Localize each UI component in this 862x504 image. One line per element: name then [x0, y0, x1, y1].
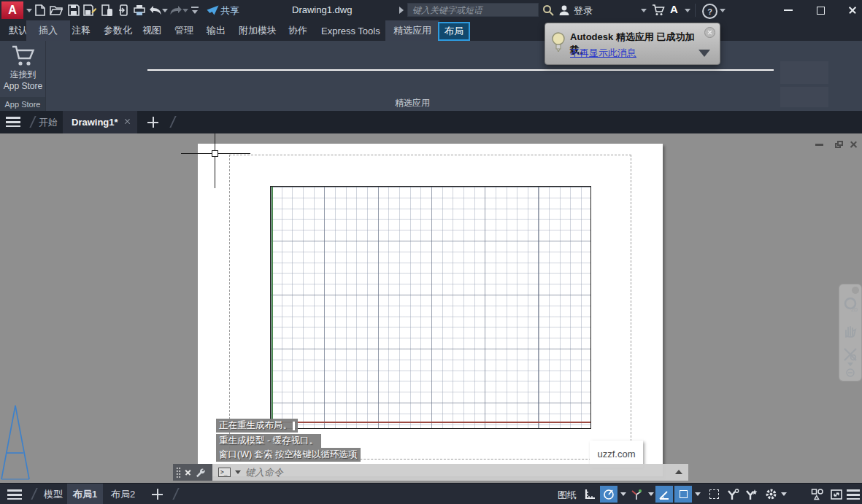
maximize-button[interactable]: [812, 3, 829, 18]
undo-caret-icon[interactable]: [162, 9, 168, 12]
new-drawing-tab-button[interactable]: [147, 117, 158, 128]
autodesk-brand-icon[interactable]: A: [670, 3, 678, 15]
notification-caret-icon[interactable]: [699, 50, 710, 57]
appstore-button-label-1[interactable]: 连接到: [0, 69, 46, 81]
command-dropdown-icon[interactable]: [235, 470, 241, 474]
tab-express-tools[interactable]: Express Tools: [318, 20, 383, 41]
help-icon[interactable]: ?: [702, 4, 717, 19]
minimize-button[interactable]: [780, 3, 797, 18]
fullscreen-icon[interactable]: [828, 486, 845, 503]
steering-wheel-2d-icon[interactable]: 2D: [842, 296, 859, 314]
object-snap-tracking-icon[interactable]: [655, 486, 673, 503]
command-message-3: 窗口(W) 套索 按空格键以循环选项: [216, 448, 361, 462]
drawing-tab-close-icon[interactable]: [124, 118, 131, 125]
app-menu-button[interactable]: A: [1, 1, 23, 19]
tab-layout-contextual[interactable]: 布局: [438, 22, 470, 41]
tab-annotate[interactable]: 注释: [69, 20, 93, 41]
titlebar: A: [0, 0, 862, 20]
tab-addins[interactable]: 附加模块: [236, 20, 280, 41]
app-menu-caret-icon[interactable]: [26, 9, 32, 12]
help-caret-icon[interactable]: [720, 9, 726, 12]
command-bar-handle[interactable]: [173, 464, 212, 481]
redo-icon[interactable]: [169, 4, 182, 17]
tab-parametric[interactable]: 参数化: [101, 20, 135, 41]
paper-space-toggle[interactable]: 图纸: [558, 489, 577, 502]
status-divider-2: [172, 488, 179, 500]
brand-caret-icon[interactable]: [685, 9, 690, 12]
polar-tracking-icon[interactable]: [600, 486, 617, 503]
drawing-canvas[interactable]: 正在重生成布局。 重生成模型 - 缓存视口。 窗口(W) 套索 按空格键以循环选…: [0, 133, 862, 483]
object-snap-icon[interactable]: [674, 486, 692, 503]
3d-object-snap-icon[interactable]: [724, 486, 742, 503]
plot-icon[interactable]: [133, 4, 146, 17]
notification-link[interactable]: 不再显示此消息: [570, 47, 636, 60]
doc-restore-button[interactable]: [832, 139, 845, 150]
tab-manage[interactable]: 管理: [172, 20, 196, 41]
doc-minimize-button[interactable]: [812, 139, 826, 150]
login-label[interactable]: 登录: [574, 4, 593, 18]
undo-icon[interactable]: [149, 4, 162, 17]
tab-view[interactable]: 视图: [139, 20, 164, 41]
qat-customize-caret-icon[interactable]: [192, 10, 198, 14]
appstore-button-label-2[interactable]: App Store: [0, 81, 46, 91]
cart-icon[interactable]: [652, 4, 665, 17]
command-prompt-icon[interactable]: >_: [218, 468, 231, 477]
model-viewport-grid[interactable]: [270, 186, 591, 429]
share-label[interactable]: 共享: [220, 4, 239, 18]
object-snap-caret-icon[interactable]: [695, 492, 701, 496]
command-expand-icon[interactable]: [675, 470, 682, 474]
tab-featured-apps[interactable]: 精选应用: [385, 20, 439, 41]
navbar-caret-icon[interactable]: [842, 360, 859, 368]
status-customize-icon[interactable]: [847, 489, 860, 500]
redo-caret-icon[interactable]: [182, 9, 188, 12]
tab-layout1-active[interactable]: 布局1: [67, 484, 103, 504]
new-layout-button[interactable]: [152, 489, 163, 500]
app-logo-letter: A: [8, 4, 17, 17]
annotation-visibility-icon[interactable]: [809, 486, 826, 503]
close-button[interactable]: [844, 3, 861, 18]
navbar-collapse-icon[interactable]: [842, 368, 859, 378]
y-axis-line: [272, 187, 273, 428]
grip-dots-icon[interactable]: [176, 467, 181, 478]
search-icon[interactable]: [542, 4, 555, 17]
tab-collaborate[interactable]: 协作: [285, 20, 310, 41]
command-close-icon[interactable]: [185, 469, 191, 476]
selection-cycling-icon[interactable]: [705, 486, 723, 503]
grid-snap-icon[interactable]: [581, 486, 599, 503]
save-to-web-icon[interactable]: [117, 4, 130, 17]
file-tab-menu-icon[interactable]: [6, 117, 20, 127]
isometric-drafting-icon[interactable]: [628, 486, 645, 503]
command-line-bar: >_ 键入命令: [173, 464, 688, 481]
tab-insert[interactable]: 插入: [26, 20, 70, 41]
wrench-icon[interactable]: [195, 468, 205, 478]
qat-customize-bar-icon[interactable]: [191, 7, 199, 8]
tab-drawing1-active[interactable]: Drawing1*: [63, 111, 137, 133]
search-input[interactable]: 键入关键字或短语: [407, 3, 539, 17]
login-caret-icon[interactable]: [641, 9, 647, 12]
navbar-close-icon[interactable]: [852, 287, 859, 294]
tab-model[interactable]: 模型: [38, 484, 69, 504]
notification-close-icon[interactable]: [704, 27, 715, 38]
workspace-gear-icon[interactable]: [762, 486, 780, 503]
tab-start[interactable]: 开始: [39, 116, 58, 129]
dynamic-ucs-icon[interactable]: [742, 486, 760, 503]
appstore-cart-icon[interactable]: [11, 45, 36, 70]
new-file-icon[interactable]: [34, 4, 47, 17]
isometric-caret-icon[interactable]: [648, 492, 654, 496]
open-from-web-icon[interactable]: [101, 4, 114, 17]
pan-hand-icon[interactable]: [842, 322, 859, 340]
open-folder-icon[interactable]: [50, 4, 63, 17]
workspace-caret-icon[interactable]: [781, 492, 787, 496]
doc-close-button[interactable]: [847, 139, 860, 150]
share-icon[interactable]: [206, 4, 219, 17]
layout-menu-icon[interactable]: [7, 489, 22, 500]
command-input[interactable]: >_ 键入命令: [212, 464, 688, 481]
polar-caret-icon[interactable]: [620, 492, 626, 496]
tab-output[interactable]: 输出: [204, 20, 228, 41]
ribbon-highlight-line: [147, 69, 774, 71]
save-icon[interactable]: [67, 4, 80, 17]
search-collapse-icon[interactable]: [399, 7, 404, 14]
user-icon[interactable]: [558, 4, 571, 17]
save-as-icon[interactable]: [83, 4, 96, 17]
tab-layout2[interactable]: 布局2: [105, 484, 141, 504]
